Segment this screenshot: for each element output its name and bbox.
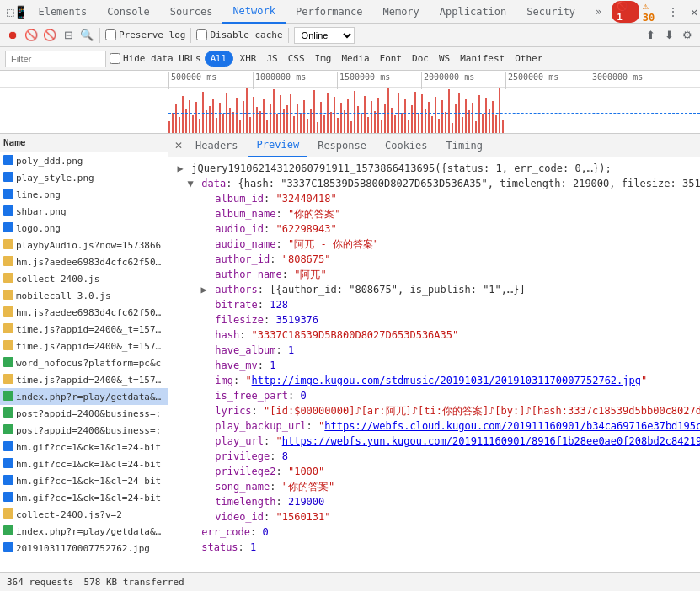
file-name: time.js?appid=2400&_t=1573f bbox=[16, 341, 164, 352]
filter-all[interactable]: All bbox=[205, 51, 233, 67]
tab-application[interactable]: Application bbox=[430, 0, 516, 24]
filter-doc[interactable]: Doc bbox=[409, 51, 432, 66]
svg-rect-21 bbox=[3, 508, 13, 519]
file-item[interactable]: index.php?r=play/getdata&ca bbox=[0, 388, 168, 405]
file-item[interactable]: hm.gif?cc=1&ck=1&cl=24-bit bbox=[0, 489, 168, 506]
play-backup-url: ▶ play_backup_url: "https://webfs.cloud.… bbox=[168, 418, 700, 434]
tab-memory[interactable]: Memory bbox=[372, 0, 429, 24]
file-item[interactable]: time.js?appid=2400&_t=1573f bbox=[0, 321, 168, 338]
file-item[interactable]: line.png bbox=[0, 186, 168, 203]
device-icon[interactable]: 📱 bbox=[13, 0, 28, 24]
file-item[interactable]: collect-2400.js?v=2 bbox=[0, 506, 168, 523]
detail-tabs: ✕ Headers Preview Response Cookies Timin… bbox=[168, 134, 700, 157]
tab-cookies[interactable]: Cookies bbox=[377, 134, 436, 157]
tab-security[interactable]: Security bbox=[516, 0, 585, 24]
file-item[interactable]: time.js?appid=2400&_t=1573f bbox=[0, 338, 168, 354]
timeline-ruler: 500000 ms 1000000 ms 1500000 ms 2000000 … bbox=[0, 71, 700, 88]
tick-5: 2500000 ms bbox=[505, 72, 590, 89]
file-item[interactable]: collect-2400.js bbox=[0, 270, 168, 287]
have-mv: ▶ have_mv: 1 bbox=[168, 358, 700, 373]
file-name: time.js?appid=2400&_t=1573f bbox=[16, 375, 164, 386]
file-item[interactable]: poly_ddd.png bbox=[0, 152, 168, 169]
detail-close-button[interactable]: ✕ bbox=[172, 139, 185, 152]
tab-network[interactable]: Network bbox=[222, 0, 286, 24]
import-button[interactable]: ⬆ bbox=[643, 28, 658, 43]
file-type-icon bbox=[3, 323, 13, 335]
file-name: collect-2400.js bbox=[16, 274, 99, 285]
filter-xhr[interactable]: XHR bbox=[237, 51, 260, 66]
tick-6: 3000000 ms bbox=[590, 72, 674, 89]
clear-button[interactable]: 🚫 bbox=[42, 28, 57, 43]
file-item[interactable]: time.js?appid=2400&_t=1573f bbox=[0, 371, 168, 388]
svg-rect-15 bbox=[3, 407, 13, 418]
filter-button[interactable]: ⊟ bbox=[61, 28, 76, 43]
tab-headers[interactable]: Headers bbox=[187, 134, 247, 157]
file-item[interactable]: index.php?r=play/getdata&ca bbox=[0, 523, 168, 540]
filter-css[interactable]: CSS bbox=[285, 51, 308, 66]
error-badge: 🚫 1 bbox=[612, 1, 639, 23]
tab-elements[interactable]: Elements bbox=[28, 0, 97, 24]
tick-4: 2000000 ms bbox=[421, 72, 505, 89]
filter-js[interactable]: JS bbox=[263, 51, 281, 66]
tab-performance[interactable]: Performance bbox=[286, 0, 372, 24]
file-name: play_style.png bbox=[16, 173, 94, 184]
more-options-icon[interactable]: ⋮ bbox=[665, 0, 682, 24]
network-toolbar: ⏺ 🚫 🚫 ⊟ 🔍 Preserve log Disable cache Onl… bbox=[0, 24, 700, 47]
hide-data-urls-label[interactable]: Hide data URLs bbox=[110, 53, 201, 64]
filter-font[interactable]: Font bbox=[377, 51, 406, 66]
close-devtools-icon[interactable]: ✕ bbox=[686, 0, 700, 24]
file-item[interactable]: hm.js?aedee6983d4cfc62f5091 bbox=[0, 253, 168, 270]
tab-timing[interactable]: Timing bbox=[438, 134, 491, 157]
file-item[interactable]: mobilecall_3.0.js bbox=[0, 287, 168, 304]
tab-preview[interactable]: Preview bbox=[248, 134, 308, 157]
tab-response[interactable]: Response bbox=[309, 134, 375, 157]
disable-cache-label[interactable]: Disable cache bbox=[196, 29, 282, 40]
filter-other[interactable]: Other bbox=[511, 51, 546, 66]
tab-more[interactable]: » bbox=[585, 0, 612, 24]
tab-console[interactable]: Console bbox=[97, 0, 160, 24]
file-item[interactable]: hm.js?aedee6983d4cfc62f5091 bbox=[0, 304, 168, 321]
svg-rect-17 bbox=[3, 441, 13, 451]
file-item[interactable]: hm.gif?cc=1&ck=1&cl=24-bit bbox=[0, 455, 168, 472]
hide-data-urls-checkbox[interactable] bbox=[110, 53, 120, 64]
file-type-icon bbox=[3, 290, 13, 301]
file-item[interactable]: 20191031170007752762.jpg bbox=[0, 540, 168, 556]
filter-manifest[interactable]: Manifest bbox=[457, 51, 508, 66]
file-name: post?appid=2400&business=: bbox=[16, 408, 161, 419]
separator-1 bbox=[99, 28, 100, 43]
inspect-icon[interactable]: ⬚ bbox=[7, 0, 13, 24]
tab-sources[interactable]: Sources bbox=[160, 0, 223, 24]
stop-button[interactable]: 🚫 bbox=[24, 28, 39, 43]
filter-input[interactable] bbox=[5, 51, 106, 67]
file-item[interactable]: shbar.png bbox=[0, 203, 168, 220]
throttle-select[interactable]: Online Fast 3G Slow 3G Offline bbox=[294, 27, 355, 44]
tick-1: 500000 ms bbox=[168, 72, 253, 89]
preserve-log-checkbox[interactable] bbox=[105, 29, 116, 40]
requests-count: 364 requests bbox=[7, 577, 73, 588]
preserve-log-label[interactable]: Preserve log bbox=[105, 29, 185, 40]
file-item[interactable]: post?appid=2400&business=: bbox=[0, 422, 168, 439]
file-item[interactable]: hm.gif?cc=1&ck=1&cl=24-bit bbox=[0, 472, 168, 489]
file-item[interactable]: logo.png bbox=[0, 220, 168, 237]
authors: ▶ authors: [{author_id: "808675", is_pub… bbox=[168, 282, 700, 297]
svg-rect-20 bbox=[3, 492, 13, 502]
svg-rect-4 bbox=[3, 222, 13, 232]
filter-img[interactable]: Img bbox=[312, 51, 335, 66]
hash: ▶ hash: "3337C18539D5B800D8027D653D536A3… bbox=[168, 327, 700, 343]
file-item[interactable]: play_style.png bbox=[0, 169, 168, 186]
search-button[interactable]: 🔍 bbox=[79, 28, 94, 43]
svg-rect-1 bbox=[3, 172, 13, 182]
svg-rect-7 bbox=[3, 273, 13, 283]
filter-media[interactable]: Media bbox=[338, 51, 372, 66]
file-item[interactable]: word_nofocus?platform=pc&c bbox=[0, 354, 168, 371]
record-button[interactable]: ⏺ bbox=[5, 28, 20, 43]
file-type-icon bbox=[3, 525, 13, 537]
settings-button[interactable]: ⚙ bbox=[680, 28, 695, 43]
file-item[interactable]: post?appid=2400&business=: bbox=[0, 405, 168, 422]
disable-cache-checkbox[interactable] bbox=[196, 29, 207, 40]
file-item[interactable]: playbyAudio.js?now=1573866 bbox=[0, 237, 168, 253]
export-button[interactable]: ⬇ bbox=[661, 28, 676, 43]
file-item[interactable]: hm.gif?cc=1&ck=1&cl=24-bit bbox=[0, 439, 168, 455]
timeline-content bbox=[168, 88, 700, 134]
filter-ws[interactable]: WS bbox=[435, 51, 453, 66]
